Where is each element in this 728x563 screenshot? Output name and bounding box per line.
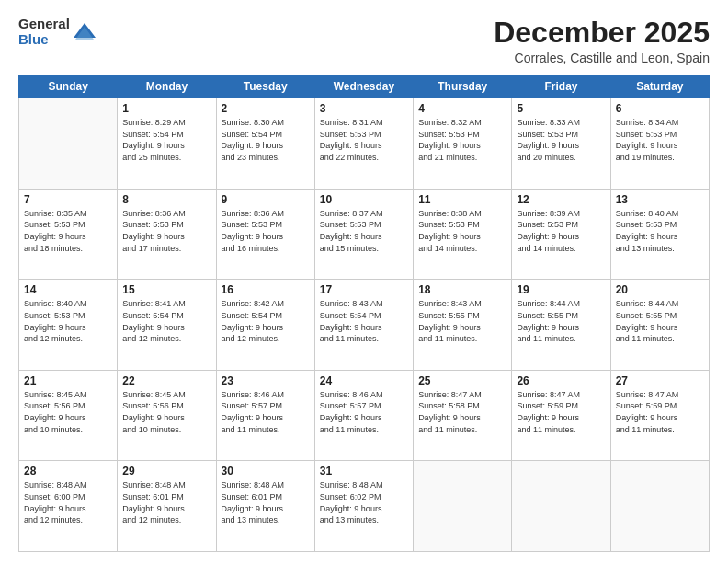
calendar-cell: 16Sunrise: 8:42 AM Sunset: 5:54 PM Dayli…: [216, 280, 314, 371]
day-number: 10: [320, 193, 408, 206]
day-number: 21: [24, 374, 112, 387]
logo: General Blue: [18, 17, 97, 47]
day-number: 16: [222, 283, 310, 296]
header-friday: Friday: [512, 75, 610, 98]
calendar-cell: 8Sunrise: 8:36 AM Sunset: 5:53 PM Daylig…: [118, 189, 216, 280]
calendar-cell: 17Sunrise: 8:43 AM Sunset: 5:54 PM Dayli…: [314, 280, 413, 371]
day-info: Sunrise: 8:43 AM Sunset: 5:54 PM Dayligh…: [320, 298, 408, 344]
day-number: 24: [320, 374, 408, 387]
day-info: Sunrise: 8:40 AM Sunset: 5:53 PM Dayligh…: [616, 208, 704, 254]
day-info: Sunrise: 8:34 AM Sunset: 5:53 PM Dayligh…: [616, 117, 704, 163]
calendar-cell: [512, 461, 610, 552]
calendar-cell: 11Sunrise: 8:38 AM Sunset: 5:53 PM Dayli…: [414, 189, 512, 280]
day-info: Sunrise: 8:38 AM Sunset: 5:53 PM Dayligh…: [418, 208, 506, 254]
calendar-cell: 24Sunrise: 8:46 AM Sunset: 5:57 PM Dayli…: [314, 370, 413, 461]
day-info: Sunrise: 8:46 AM Sunset: 5:57 PM Dayligh…: [320, 389, 408, 435]
header-sunday: Sunday: [19, 75, 118, 98]
day-info: Sunrise: 8:45 AM Sunset: 5:56 PM Dayligh…: [24, 389, 112, 435]
calendar-cell: [414, 461, 512, 552]
calendar-cell: 26Sunrise: 8:47 AM Sunset: 5:59 PM Dayli…: [512, 370, 610, 461]
day-number: 5: [517, 102, 605, 115]
day-info: Sunrise: 8:48 AM Sunset: 6:01 PM Dayligh…: [222, 479, 310, 525]
calendar-cell: 2Sunrise: 8:30 AM Sunset: 5:54 PM Daylig…: [216, 98, 314, 190]
day-number: 3: [320, 102, 408, 115]
month-title: December 2025: [494, 17, 710, 49]
day-info: Sunrise: 8:42 AM Sunset: 5:54 PM Dayligh…: [222, 298, 310, 344]
week-row-1: 1Sunrise: 8:29 AM Sunset: 5:54 PM Daylig…: [19, 98, 710, 190]
day-number: 13: [616, 193, 704, 206]
day-number: 1: [122, 102, 210, 115]
day-info: Sunrise: 8:48 AM Sunset: 6:02 PM Dayligh…: [320, 479, 408, 525]
day-info: Sunrise: 8:29 AM Sunset: 5:54 PM Dayligh…: [122, 117, 210, 163]
day-number: 9: [222, 193, 310, 206]
day-info: Sunrise: 8:44 AM Sunset: 5:55 PM Dayligh…: [517, 298, 605, 344]
calendar-cell: 23Sunrise: 8:46 AM Sunset: 5:57 PM Dayli…: [216, 370, 314, 461]
calendar-cell: [610, 461, 709, 552]
day-number: 27: [616, 374, 704, 387]
day-number: 7: [24, 193, 112, 206]
day-number: 30: [222, 465, 310, 477]
logo-icon: [72, 19, 97, 45]
day-number: 23: [222, 374, 310, 387]
day-number: 6: [616, 102, 704, 115]
day-info: Sunrise: 8:33 AM Sunset: 5:53 PM Dayligh…: [517, 117, 605, 163]
day-number: 12: [517, 193, 605, 206]
header-wednesday: Wednesday: [314, 75, 413, 98]
day-info: Sunrise: 8:48 AM Sunset: 6:01 PM Dayligh…: [122, 479, 210, 525]
week-row-4: 21Sunrise: 8:45 AM Sunset: 5:56 PM Dayli…: [19, 370, 710, 461]
day-number: 31: [320, 465, 408, 477]
day-number: 28: [24, 465, 112, 477]
day-number: 19: [517, 283, 605, 296]
header-saturday: Saturday: [610, 75, 709, 98]
day-number: 25: [418, 374, 506, 387]
location-subtitle: Corrales, Castille and Leon, Spain: [494, 51, 710, 65]
day-info: Sunrise: 8:41 AM Sunset: 5:54 PM Dayligh…: [122, 298, 210, 344]
calendar-cell: 14Sunrise: 8:40 AM Sunset: 5:53 PM Dayli…: [19, 280, 118, 371]
day-number: 2: [222, 102, 310, 115]
day-info: Sunrise: 8:47 AM Sunset: 5:58 PM Dayligh…: [418, 389, 506, 435]
day-info: Sunrise: 8:48 AM Sunset: 6:00 PM Dayligh…: [24, 479, 112, 525]
header-thursday: Thursday: [414, 75, 512, 98]
day-number: 20: [616, 283, 704, 296]
day-number: 14: [24, 283, 112, 296]
day-number: 4: [418, 102, 506, 115]
calendar-cell: 6Sunrise: 8:34 AM Sunset: 5:53 PM Daylig…: [610, 98, 709, 190]
day-info: Sunrise: 8:35 AM Sunset: 5:53 PM Dayligh…: [24, 208, 112, 254]
week-row-2: 7Sunrise: 8:35 AM Sunset: 5:53 PM Daylig…: [19, 189, 710, 280]
calendar-cell: 29Sunrise: 8:48 AM Sunset: 6:01 PM Dayli…: [118, 461, 216, 552]
calendar-cell: 1Sunrise: 8:29 AM Sunset: 5:54 PM Daylig…: [118, 98, 216, 190]
header-tuesday: Tuesday: [216, 75, 314, 98]
calendar-cell: 25Sunrise: 8:47 AM Sunset: 5:58 PM Dayli…: [414, 370, 512, 461]
title-block: December 2025 Corrales, Castille and Leo…: [494, 17, 710, 65]
day-number: 17: [320, 283, 408, 296]
calendar-cell: 19Sunrise: 8:44 AM Sunset: 5:55 PM Dayli…: [512, 280, 610, 371]
calendar-cell: 18Sunrise: 8:43 AM Sunset: 5:55 PM Dayli…: [414, 280, 512, 371]
day-info: Sunrise: 8:44 AM Sunset: 5:55 PM Dayligh…: [616, 298, 704, 344]
calendar-cell: 10Sunrise: 8:37 AM Sunset: 5:53 PM Dayli…: [314, 189, 413, 280]
day-info: Sunrise: 8:47 AM Sunset: 5:59 PM Dayligh…: [616, 389, 704, 435]
day-info: Sunrise: 8:37 AM Sunset: 5:53 PM Dayligh…: [320, 208, 408, 254]
page: General Blue December 2025 Corrales, Cas…: [0, 0, 728, 563]
calendar-cell: 28Sunrise: 8:48 AM Sunset: 6:00 PM Dayli…: [19, 461, 118, 552]
calendar-cell: [19, 98, 118, 190]
calendar-cell: 5Sunrise: 8:33 AM Sunset: 5:53 PM Daylig…: [512, 98, 610, 190]
day-info: Sunrise: 8:40 AM Sunset: 5:53 PM Dayligh…: [24, 298, 112, 344]
calendar-cell: 22Sunrise: 8:45 AM Sunset: 5:56 PM Dayli…: [118, 370, 216, 461]
calendar-cell: 13Sunrise: 8:40 AM Sunset: 5:53 PM Dayli…: [610, 189, 709, 280]
calendar-cell: 15Sunrise: 8:41 AM Sunset: 5:54 PM Dayli…: [118, 280, 216, 371]
day-info: Sunrise: 8:47 AM Sunset: 5:59 PM Dayligh…: [517, 389, 605, 435]
day-info: Sunrise: 8:46 AM Sunset: 5:57 PM Dayligh…: [222, 389, 310, 435]
week-row-3: 14Sunrise: 8:40 AM Sunset: 5:53 PM Dayli…: [19, 280, 710, 371]
day-info: Sunrise: 8:36 AM Sunset: 5:53 PM Dayligh…: [222, 208, 310, 254]
day-number: 22: [122, 374, 210, 387]
calendar-table: Sunday Monday Tuesday Wednesday Thursday…: [18, 75, 710, 552]
calendar-cell: 7Sunrise: 8:35 AM Sunset: 5:53 PM Daylig…: [19, 189, 118, 280]
day-number: 26: [517, 374, 605, 387]
calendar-cell: 27Sunrise: 8:47 AM Sunset: 5:59 PM Dayli…: [610, 370, 709, 461]
day-number: 11: [418, 193, 506, 206]
weekday-header-row: Sunday Monday Tuesday Wednesday Thursday…: [19, 75, 710, 98]
day-info: Sunrise: 8:32 AM Sunset: 5:53 PM Dayligh…: [418, 117, 506, 163]
day-info: Sunrise: 8:45 AM Sunset: 5:56 PM Dayligh…: [122, 389, 210, 435]
day-number: 29: [122, 465, 210, 477]
day-number: 8: [122, 193, 210, 206]
